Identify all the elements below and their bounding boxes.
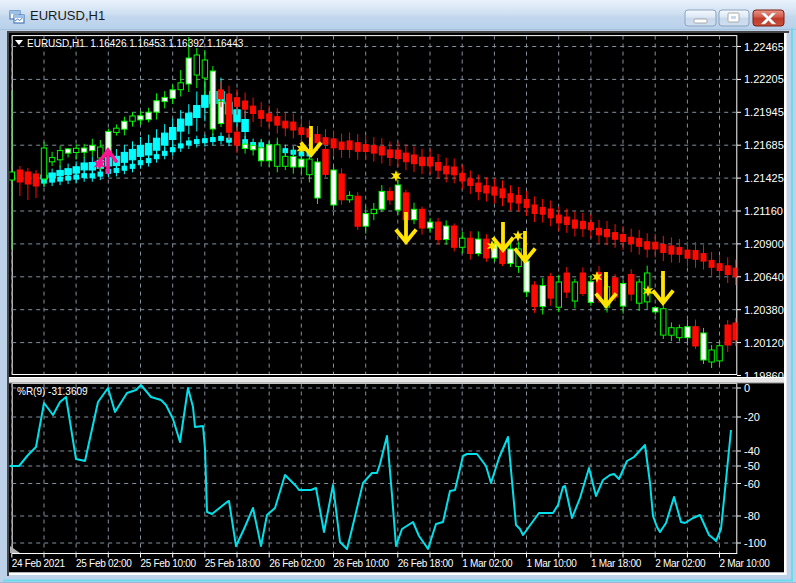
svg-text:25 Feb 18:00: 25 Feb 18:00	[205, 558, 261, 569]
svg-text:1.21160: 1.21160	[744, 205, 783, 217]
svg-text:26 Feb 10:00: 26 Feb 10:00	[334, 558, 390, 569]
svg-text:1 Mar 10:00: 1 Mar 10:00	[527, 558, 578, 569]
svg-text:-100: -100	[744, 537, 766, 549]
svg-text:-60: -60	[744, 478, 760, 490]
svg-text:2 Mar 10:00: 2 Mar 10:00	[720, 558, 771, 569]
svg-text:-20: -20	[744, 411, 760, 423]
svg-text:-50: -50	[744, 460, 760, 472]
svg-text:%R(9) -31.3609: %R(9) -31.3609	[17, 386, 88, 397]
svg-text:24 Feb 2021: 24 Feb 2021	[12, 558, 66, 569]
svg-text:1.21685: 1.21685	[744, 139, 784, 151]
svg-text:2 Mar 02:00: 2 Mar 02:00	[655, 558, 706, 569]
svg-text:1.20120: 1.20120	[744, 337, 784, 349]
svg-text:1 Mar 18:00: 1 Mar 18:00	[591, 558, 642, 569]
svg-text:26 Feb 02:00: 26 Feb 02:00	[269, 558, 325, 569]
svg-text:1.22205: 1.22205	[744, 73, 784, 85]
svg-text:1 Mar 02:00: 1 Mar 02:00	[462, 558, 513, 569]
svg-text:26 Feb 18:00: 26 Feb 18:00	[398, 558, 454, 569]
svg-text:25 Feb 02:00: 25 Feb 02:00	[76, 558, 132, 569]
svg-text:1.20640: 1.20640	[744, 271, 784, 283]
svg-text:1.20900: 1.20900	[744, 238, 784, 250]
svg-text:EURUSD,H1 1.16426 1.16453 1.1: EURUSD,H1 1.16426 1.16453 1.16392 1.1644…	[27, 38, 244, 49]
svg-text:EURUSD,H1: EURUSD,H1	[30, 8, 105, 23]
svg-text:1.21945: 1.21945	[744, 106, 784, 118]
svg-text:-80: -80	[744, 510, 760, 522]
svg-text:1.20380: 1.20380	[744, 304, 784, 316]
svg-text:1.22465: 1.22465	[744, 41, 784, 53]
svg-text:25 Feb 10:00: 25 Feb 10:00	[141, 558, 197, 569]
svg-text:-40: -40	[744, 445, 760, 457]
svg-text:1.21425: 1.21425	[744, 172, 784, 184]
svg-text:0: 0	[744, 382, 750, 394]
